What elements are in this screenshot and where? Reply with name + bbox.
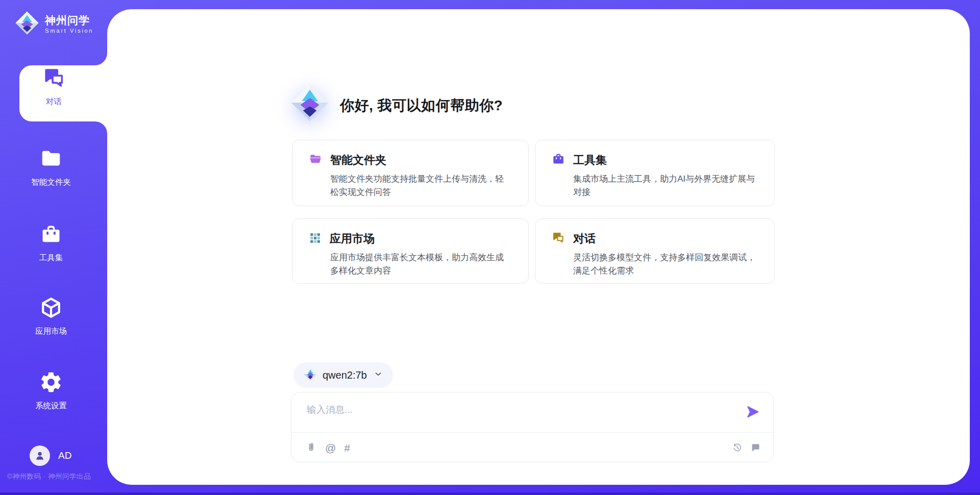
cube-icon bbox=[39, 296, 63, 321]
card-description: 灵活切换多模型文件，支持多样回复效果调试，满足个性化需求 bbox=[573, 251, 761, 277]
model-name: qwen2:7b bbox=[323, 369, 367, 381]
sidebar-item-label: 应用市场 bbox=[35, 326, 67, 337]
copyright-footer: ©神州数码 · 神州问学出品 bbox=[7, 472, 91, 481]
user-initials: AD bbox=[58, 450, 71, 461]
greeting-title: 你好, 我可以如何帮助你? bbox=[340, 96, 503, 115]
send-button[interactable] bbox=[746, 405, 760, 419]
toolbox-icon bbox=[40, 224, 62, 248]
hero-diamond-icon bbox=[291, 84, 329, 123]
brand-logo: 神州问学 Smart Vision bbox=[15, 11, 93, 37]
sidebar-item-settings[interactable]: 系统设置 bbox=[10, 370, 92, 411]
folder-open-icon bbox=[309, 153, 322, 168]
hash-icon[interactable]: # bbox=[344, 442, 350, 453]
card-smart-folder[interactable]: 智能文件夹 智能文件夹功能支持批量文件上传与清洗，轻松实现文件问答 bbox=[292, 140, 529, 206]
user-account[interactable]: AD bbox=[30, 445, 71, 466]
chat-icon bbox=[552, 231, 565, 246]
card-description: 集成市场上主流工具，助力AI与外界无缝扩展与对接 bbox=[573, 172, 761, 199]
card-app-market[interactable]: 应用市场 应用市场提供丰富长文本模板，助力高效生成多样化文章内容 bbox=[292, 218, 529, 284]
history-icon[interactable] bbox=[732, 442, 743, 453]
card-title: 应用市场 bbox=[330, 231, 375, 246]
chat-bubble-icon[interactable] bbox=[750, 442, 761, 453]
app-window: 神州问学 Smart Vision 对话 智能文件夹 工具集 应用市场 bbox=[0, 0, 980, 495]
card-chat[interactable]: 对话 灵活切换多模型文件，支持多样回复效果调试，满足个性化需求 bbox=[535, 218, 775, 284]
chat-icon bbox=[42, 66, 66, 92]
toolbox-icon bbox=[552, 153, 565, 168]
brand-subtitle: Smart Vision bbox=[45, 28, 93, 34]
composer: @ # bbox=[291, 392, 774, 462]
at-icon[interactable]: @ bbox=[325, 442, 336, 453]
sidebar-item-label: 系统设置 bbox=[35, 401, 67, 411]
sidebar-item-label: 对话 bbox=[46, 96, 62, 107]
card-title: 工具集 bbox=[573, 153, 607, 168]
card-description: 应用市场提供丰富长文本模板，助力高效生成多样化文章内容 bbox=[330, 251, 515, 277]
message-input[interactable] bbox=[306, 400, 716, 420]
brand-name: 神州问学 bbox=[45, 14, 93, 26]
composer-divider bbox=[291, 432, 773, 433]
card-description: 智能文件夹功能支持批量文件上传与清洗，轻松实现文件问答 bbox=[330, 172, 515, 199]
model-diamond-icon bbox=[304, 367, 317, 383]
grid-icon bbox=[309, 232, 322, 246]
folder-icon bbox=[39, 147, 63, 172]
card-title: 智能文件夹 bbox=[330, 153, 386, 168]
window-bottom-edge bbox=[0, 492, 980, 495]
card-title: 对话 bbox=[573, 231, 596, 246]
sidebar-item-label: 智能文件夹 bbox=[31, 177, 71, 188]
brand-diamond-icon bbox=[15, 11, 39, 37]
sidebar-item-chat[interactable]: 对话 bbox=[19, 66, 88, 107]
card-toolset[interactable]: 工具集 集成市场上主流工具，助力AI与外界无缝扩展与对接 bbox=[535, 140, 775, 206]
sidebar-item-toolset[interactable]: 工具集 bbox=[10, 224, 92, 263]
model-selector[interactable]: qwen2:7b bbox=[293, 362, 393, 388]
sidebar-item-app-market[interactable]: 应用市场 bbox=[10, 296, 92, 337]
gear-icon bbox=[39, 370, 63, 396]
paperclip-icon[interactable] bbox=[306, 442, 317, 453]
avatar bbox=[30, 445, 50, 466]
sidebar-item-label: 工具集 bbox=[39, 253, 63, 263]
chevron-down-icon bbox=[374, 369, 383, 381]
sidebar-item-smart-folder[interactable]: 智能文件夹 bbox=[10, 147, 92, 188]
